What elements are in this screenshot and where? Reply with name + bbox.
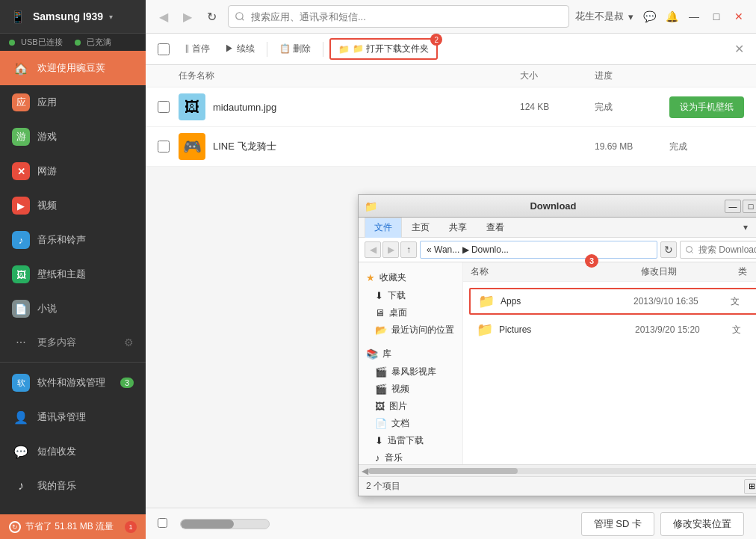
pause-all-button[interactable]: ‖ 首停 xyxy=(179,40,216,58)
explorer-small-icon: 📁 xyxy=(365,200,377,212)
ribbon-tab-share[interactable]: 共享 xyxy=(439,218,477,237)
exp-item-desktop[interactable]: 🖥 桌面 xyxy=(359,304,462,321)
mymusic-label: 我的音乐 xyxy=(37,479,76,493)
exp-favorites-header[interactable]: ★ 收藏夹 xyxy=(359,268,462,287)
open-folder-button[interactable]: 📁 📁 打开下载文件夹 2 xyxy=(329,38,438,60)
addr-back-button[interactable]: ◀ xyxy=(365,241,381,258)
exp-grid-view-button[interactable]: ⊞ xyxy=(744,479,756,494)
select-all-checkbox[interactable] xyxy=(158,43,170,55)
ribbon-tab-home[interactable]: 主页 xyxy=(402,218,439,237)
netgames-icon: ✕ xyxy=(12,162,30,180)
explorer-main-area: 名称 修改日期 类 📁 Apps 2013/9/10 16:35 xyxy=(463,262,756,464)
addr-forward-button[interactable]: ▶ xyxy=(382,241,399,258)
message-button[interactable]: 💬 xyxy=(639,7,659,26)
sidebar-item-home[interactable]: 🏠 欢迎使用豌豆荚 xyxy=(0,51,146,85)
sms-icon: 💬 xyxy=(12,443,30,461)
sidebar-item-novel[interactable]: 📄 小说 xyxy=(0,292,146,326)
device-icon: 📱 xyxy=(9,7,27,25)
contacts-icon: 👤 xyxy=(12,408,30,426)
exp-file-row-apps[interactable]: 📁 Apps 2013/9/10 16:35 文 xyxy=(469,288,756,315)
sidebar-bottom-status: ↻ 节省了 51.81 MB 流量 1 xyxy=(0,514,146,539)
sidebar-item-more[interactable]: ··· 更多内容 ⚙ xyxy=(0,326,146,359)
delete-button[interactable]: 📋 删除 xyxy=(273,40,317,58)
sidebar-item-wallpaper-label: 壁纸和主题 xyxy=(37,268,86,281)
exp-item-docs[interactable]: 📄 文档 xyxy=(359,415,462,432)
dl-row-1-action: 设为手机壁纸 xyxy=(669,96,744,118)
hscroll-track[interactable] xyxy=(368,468,756,474)
back-button[interactable]: ◀ xyxy=(153,6,174,27)
sidebar-item-mymusic[interactable]: ♪ 我的音乐 xyxy=(0,469,146,503)
sidebar-item-music-label: 音乐和铃声 xyxy=(37,233,86,247)
usb-status-dot xyxy=(9,40,15,46)
exp-file-row-pictures[interactable]: 📁 Pictures 2013/9/20 15:20 文 xyxy=(469,318,756,342)
maximize-button[interactable]: □ xyxy=(707,7,726,26)
xunlei-icon: ⬇ xyxy=(375,435,383,446)
ribbon-dropdown-button[interactable]: ▾ xyxy=(738,220,753,235)
sidebar-item-myphotos[interactable]: 🖼 我的图片 xyxy=(0,503,146,514)
exp-item-video[interactable]: 🎬 视频 xyxy=(359,381,462,398)
software-badge: 3 xyxy=(120,378,134,388)
sidebar-item-contacts[interactable]: 👤 通讯录管理 xyxy=(0,400,146,434)
sidebar-item-apps[interactable]: 应 应用 xyxy=(0,85,146,120)
resume-all-button[interactable]: ▶ 续续 xyxy=(219,40,260,58)
exp-section-favorites: ★ 收藏夹 ⬇ 下载 🖥 桌面 xyxy=(359,268,462,339)
sidebar-item-video[interactable]: ▶ 视频 xyxy=(0,188,146,223)
bottom-checkbox[interactable] xyxy=(158,518,167,528)
exp-docs-label: 文档 xyxy=(391,417,409,430)
explorer-address-bar: ◀ ▶ ↑ « Wan... ▶ Downlo... ↻ xyxy=(359,238,756,262)
exp-item-recent[interactable]: 📂 最近访问的位置 xyxy=(359,321,462,339)
gear-icon[interactable]: ⚙ xyxy=(124,336,134,348)
exp-item-pictures[interactable]: 🖼 图片 xyxy=(359,398,462,415)
addr-up-button[interactable]: ↑ xyxy=(400,241,417,258)
sidebar-item-wallpaper[interactable]: 🖼 壁纸和主题 xyxy=(0,257,146,292)
set-wallpaper-button[interactable]: 设为手机壁纸 xyxy=(669,96,744,118)
games-icon: 游 xyxy=(12,128,30,146)
dl-row-1-checkbox[interactable] xyxy=(158,101,170,113)
search-input[interactable] xyxy=(228,5,569,28)
progress-bar xyxy=(180,519,270,529)
exp-item-baofeng[interactable]: 🎬 暴风影视库 xyxy=(359,363,462,381)
addr-refresh-button[interactable]: ↻ xyxy=(660,241,677,258)
device-name: Samsung I939 xyxy=(33,10,103,22)
bottom-progress-area xyxy=(180,519,574,529)
dl-row-2-status: 完成 xyxy=(669,141,744,153)
sidebar-item-sms[interactable]: 💬 短信收发 xyxy=(0,434,146,469)
video-lib-icon: 🎬 xyxy=(375,384,387,395)
battery-status-dot xyxy=(75,40,81,46)
sidebar-item-netgames[interactable]: ✕ 网游 xyxy=(0,154,146,188)
manage-sd-button[interactable]: 管理 SD 卡 xyxy=(581,512,654,536)
sidebar-item-novel-label: 小说 xyxy=(37,302,57,315)
refresh-button[interactable]: ↻ xyxy=(201,6,222,27)
ribbon-tab-view[interactable]: 查看 xyxy=(477,218,514,237)
ribbon-tab-file[interactable]: 文件 xyxy=(365,218,402,238)
install-location-button[interactable]: 修改安装位置 xyxy=(660,512,744,536)
exp-pictures-label: 图片 xyxy=(389,400,407,413)
sidebar-item-software[interactable]: 软 软件和游戏管理 3 xyxy=(0,366,146,400)
exp-item-music[interactable]: ♪ 音乐 xyxy=(359,449,462,464)
folder-icon: 📁 xyxy=(338,44,350,55)
addr-search-input[interactable] xyxy=(680,241,756,259)
minimize-button[interactable]: — xyxy=(684,7,704,26)
notify-button[interactable]: 🔔 xyxy=(662,7,681,26)
exp-video-label: 视频 xyxy=(391,383,409,395)
music-icon: ♪ xyxy=(12,231,30,249)
dl-row-2-icon: 🎮 xyxy=(179,133,205,160)
exp-item-xunlei[interactable]: ⬇ 迅雷下载 xyxy=(359,432,462,449)
explorer-maximize-button[interactable]: □ xyxy=(743,200,756,213)
hscroll-left-btn[interactable]: ◀ xyxy=(362,466,368,476)
close-button[interactable]: ✕ xyxy=(729,7,749,26)
exp-view-btns: ⊞ ≡ xyxy=(744,479,756,494)
addr-path-display[interactable]: « Wan... ▶ Downlo... xyxy=(420,241,657,259)
forward-button[interactable]: ▶ xyxy=(177,6,198,27)
exp-library-header[interactable]: 📚 库 xyxy=(359,345,462,363)
sidebar-item-music[interactable]: ♪ 音乐和铃声 xyxy=(0,223,146,257)
exp-xunlei-label: 迅雷下载 xyxy=(388,434,424,447)
dl-row-2-checkbox[interactable] xyxy=(158,141,170,153)
exp-recent-label: 最近访问的位置 xyxy=(391,324,454,336)
dl-list: 🖼 midautumn.jpg 124 KB 完成 设为手机壁纸 🎮 LINE … xyxy=(146,87,756,167)
explorer-col-header: 名称 修改日期 类 xyxy=(463,262,756,282)
exp-item-downloads[interactable]: ⬇ 下载 xyxy=(359,287,462,304)
explorer-minimize-button[interactable]: — xyxy=(725,200,741,213)
sidebar-item-games[interactable]: 游 游戏 xyxy=(0,120,146,154)
dl-close-button[interactable]: ✕ xyxy=(734,42,744,56)
